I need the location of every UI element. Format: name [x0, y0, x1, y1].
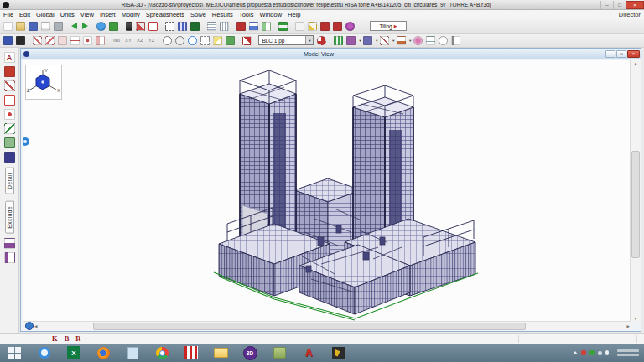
- menu-insert[interactable]: Insert: [100, 11, 116, 18]
- green-app-icon[interactable]: [269, 345, 289, 361]
- draw-members-icon[interactable]: [33, 36, 42, 45]
- menu-file[interactable]: File: [3, 11, 13, 18]
- horizontal-scrollbar[interactable]: ◀ ▶: [23, 321, 631, 331]
- copy-icon[interactable]: [41, 22, 50, 31]
- model-view-titlebar[interactable]: Model View – □ ×: [21, 49, 641, 59]
- close-button[interactable]: ×: [626, 1, 644, 9]
- globe-icon[interactable]: [96, 22, 106, 31]
- modes-dropdown-arrow[interactable]: ▼: [358, 39, 361, 43]
- menu-edit[interactable]: Edit: [19, 11, 30, 18]
- vertical-scroll-thumb[interactable]: [631, 151, 640, 258]
- tiling-button[interactable]: Tiling ▶: [370, 21, 407, 31]
- scroll-up-icon[interactable]: ▲: [631, 61, 641, 65]
- load-book-icon[interactable]: [4, 66, 15, 77]
- menu-window[interactable]: Window: [259, 11, 282, 18]
- merge-tool-icon[interactable]: [4, 252, 15, 263]
- member-labels-icon[interactable]: [363, 36, 372, 45]
- tray-alert-icon[interactable]: [581, 350, 586, 355]
- risa3d-icon[interactable]: 3D: [240, 345, 260, 361]
- help-swirl-icon[interactable]: [345, 22, 355, 31]
- view-yz-button[interactable]: YZ: [147, 37, 157, 44]
- menu-units[interactable]: Units: [60, 11, 75, 18]
- zoom-window-icon[interactable]: [188, 36, 197, 45]
- undo-icon[interactable]: [71, 23, 77, 29]
- scroll-down-icon[interactable]: ▼: [631, 317, 641, 321]
- redo-icon[interactable]: [82, 23, 88, 29]
- start-button[interactable]: [3, 345, 25, 360]
- diagram-dropdown-arrow[interactable]: ▼: [392, 39, 395, 43]
- load-book-icon[interactable]: [236, 22, 246, 31]
- plot-options-icon[interactable]: [397, 36, 406, 45]
- draw-pencil-icon[interactable]: [4, 80, 15, 91]
- wall-tool-icon[interactable]: [136, 22, 145, 31]
- last-view-icon[interactable]: [451, 36, 460, 45]
- file-explorer-icon[interactable]: [210, 345, 231, 361]
- node-tool-icon[interactable]: [83, 36, 92, 45]
- results-book1-icon[interactable]: [320, 22, 330, 31]
- animate-icon[interactable]: [439, 36, 448, 45]
- modify-members-icon[interactable]: [58, 36, 67, 45]
- taskbar-clock[interactable]: [617, 349, 639, 356]
- select-box-icon[interactable]: [165, 22, 174, 31]
- chrome-icon[interactable]: [152, 345, 172, 361]
- print-icon[interactable]: [54, 22, 63, 31]
- pan-icon[interactable]: [200, 36, 210, 45]
- refresh-loads-icon[interactable]: [317, 36, 326, 45]
- tray-expand-icon[interactable]: [573, 351, 578, 354]
- member-tool-icon[interactable]: [126, 22, 132, 31]
- autocad-icon[interactable]: A: [299, 345, 319, 361]
- load-cases-icon[interactable]: [262, 22, 271, 31]
- photos-app-icon[interactable]: [328, 345, 348, 361]
- menu-director[interactable]: Director: [619, 11, 641, 18]
- axis-widget[interactable]: Y X Z: [25, 65, 62, 100]
- edit-sheet-icon[interactable]: [308, 22, 317, 31]
- menu-spreadsheets[interactable]: Spreadsheets: [146, 11, 184, 18]
- view-xy-button[interactable]: XY: [123, 37, 133, 44]
- excel-icon[interactable]: X: [64, 345, 84, 361]
- view-marker-icon[interactable]: [25, 322, 34, 330]
- menu-help[interactable]: Help: [288, 11, 300, 18]
- split-tool-icon[interactable]: [96, 36, 105, 45]
- blc-dropdown[interactable]: BLC 1 pp ▼: [258, 35, 314, 45]
- firefox-icon[interactable]: [93, 345, 113, 361]
- draw-node-icon[interactable]: [4, 109, 15, 120]
- mv-restore-button[interactable]: □: [616, 50, 626, 58]
- redraw-icon[interactable]: [213, 36, 222, 45]
- draw-plates-icon[interactable]: [45, 36, 55, 45]
- scroll-right-icon[interactable]: ▶: [627, 324, 630, 328]
- snapshot-icon[interactable]: [16, 36, 25, 45]
- zoom-in-icon[interactable]: [163, 36, 172, 45]
- equals-icon[interactable]: [278, 22, 288, 31]
- internet-explorer-icon[interactable]: [34, 345, 55, 361]
- distance-pin-icon[interactable]: [242, 36, 252, 45]
- spreadsheet-icon[interactable]: [295, 22, 304, 31]
- zoom-out-icon[interactable]: [175, 36, 184, 45]
- notes-app-icon[interactable]: [122, 345, 143, 361]
- menu-tools[interactable]: Tools: [239, 11, 254, 18]
- tab-exclude[interactable]: Exclude: [5, 201, 14, 234]
- window-grid-icon[interactable]: [207, 22, 216, 31]
- tray-network-icon[interactable]: [598, 351, 602, 355]
- horizontal-scroll-thumb[interactable]: [93, 323, 526, 330]
- dense-grid-icon[interactable]: [220, 22, 229, 31]
- dimension-icon[interactable]: [70, 36, 80, 45]
- mv-minimize-button[interactable]: –: [605, 50, 615, 58]
- tab-detail[interactable]: Detail: [5, 168, 14, 194]
- save-view-icon[interactable]: [226, 36, 235, 45]
- menu-results[interactable]: Results: [212, 11, 233, 18]
- spin-model-icon[interactable]: [334, 36, 343, 45]
- solid-view-icon[interactable]: [190, 22, 200, 31]
- model-canvas[interactable]: Y X Z: [23, 60, 631, 322]
- system-tray[interactable]: [573, 349, 644, 356]
- modes-icon[interactable]: [346, 36, 356, 45]
- menu-solve[interactable]: Solve: [190, 11, 206, 18]
- box-outline-icon[interactable]: [148, 22, 158, 31]
- save-icon[interactable]: [29, 22, 38, 31]
- vertical-scrollbar[interactable]: ▲ ▼: [630, 60, 641, 322]
- media-app-icon[interactable]: [181, 345, 201, 361]
- tray-volume-icon[interactable]: [605, 350, 609, 355]
- minimize-button[interactable]: –: [600, 1, 613, 9]
- results-book2-icon[interactable]: [333, 22, 342, 31]
- scroll-left-icon[interactable]: ◀: [34, 324, 37, 328]
- units-icon[interactable]: [109, 22, 118, 31]
